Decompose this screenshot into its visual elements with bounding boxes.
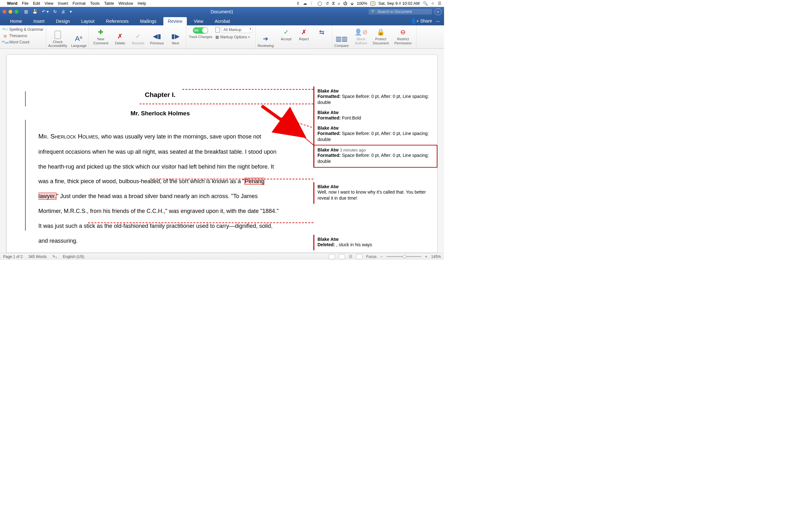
tab-layout[interactable]: Layout	[77, 17, 99, 25]
reviewing-icon	[261, 34, 270, 43]
zoom-in-button[interactable]: +	[425, 255, 427, 259]
focus-label[interactable]: Focus	[366, 255, 377, 259]
spell-check-icon[interactable]: ✎ₓ	[52, 255, 57, 259]
menu-insert[interactable]: Insert	[58, 1, 68, 6]
delete-comment-button[interactable]: Delete	[112, 26, 128, 46]
tab-home[interactable]: Home	[6, 17, 26, 25]
window-titlebar: ▥ 💾 ↶ ▾ ↻ 🖨 ▾ Document1 🔍 Search in Docu…	[0, 7, 444, 16]
feedback-icon[interactable]: ☺	[435, 8, 442, 15]
menu-table[interactable]: Table	[104, 1, 114, 6]
protect-document-button[interactable]: 🔒Protect Document	[371, 26, 391, 46]
tab-references[interactable]: References	[101, 17, 133, 25]
print-layout-view-button[interactable]	[328, 254, 335, 259]
print-icon[interactable]: 🖨	[61, 9, 65, 14]
subtitle: Mr. Sherlock Holmes	[38, 106, 282, 121]
document-page[interactable]: Chapter I. Mr. Sherlock Holmes Mr. Sherl…	[6, 55, 314, 253]
notification-center-icon[interactable]: ☰	[438, 1, 442, 6]
outline-view-icon[interactable]: ☷	[349, 255, 352, 259]
resolve-comment-button[interactable]: Resolve	[130, 26, 147, 46]
share-button[interactable]: 👤+ Share ︿	[407, 16, 444, 25]
comment-item[interactable]: Blake Atw Well, now I want to know why i…	[313, 182, 438, 204]
changes-group: Accept Reject ⇆	[275, 25, 333, 49]
tab-insert[interactable]: Insert	[29, 17, 49, 25]
page-indicator[interactable]: Page 1 of 2	[3, 255, 22, 259]
menu-edit[interactable]: Edit	[33, 1, 40, 6]
menu-window[interactable]: Window	[118, 1, 133, 6]
dropbox-icon[interactable]: ⇕	[296, 1, 300, 6]
save-icon[interactable]: 💾	[32, 9, 38, 14]
flame-icon[interactable]: ⴵ	[332, 1, 335, 6]
tab-design[interactable]: Design	[51, 17, 74, 25]
markup-options-button[interactable]: Markup Options	[220, 35, 247, 39]
restrict-permission-button[interactable]: ⊖Restrict Permission	[392, 26, 413, 46]
compare-icon: ▥▥	[337, 34, 346, 43]
menu-tools[interactable]: Tools	[90, 1, 100, 6]
previous-icon: ◀▮	[153, 32, 161, 41]
language-button[interactable]: Aᵃ Language	[69, 25, 89, 49]
lock-icon: 🔒	[376, 27, 385, 37]
word-count-button[interactable]: ᴬᴮ₁₂₃Word Count	[3, 39, 44, 45]
revision-item[interactable]: Blake Atw Formatted: Space Before: 0 pt,…	[313, 124, 438, 145]
close-window-button[interactable]	[3, 10, 6, 14]
zoom-out-button[interactable]: −	[380, 255, 383, 259]
thesaurus-button[interactable]: ▦Thesaurus	[3, 33, 44, 39]
collapse-ribbon-icon[interactable]: ︿	[436, 18, 440, 24]
spelling-grammar-button[interactable]: ᴬᴮ✓Spelling & Grammar	[3, 26, 44, 32]
revision-connector	[140, 104, 313, 104]
tab-view[interactable]: View	[189, 17, 208, 25]
previous-comment-button[interactable]: ◀▮Previous	[148, 26, 165, 46]
revision-item[interactable]: Blake Atw Formatted: Space Before: 0 pt,…	[313, 87, 438, 108]
undo-icon[interactable]: ↶ ▾	[42, 9, 49, 14]
search-input[interactable]: 🔍 Search in Document	[368, 9, 432, 14]
revision-item[interactable]: Blake Atw Deleted: , stuck in his ways	[313, 235, 438, 250]
proofing-group: ᴬᴮ✓Spelling & Grammar ▦Thesaurus ᴬᴮ₁₂₃Wo…	[0, 25, 46, 49]
nav-changes-button[interactable]: ⇆	[314, 26, 329, 42]
siri-icon[interactable]: ⊹	[431, 1, 435, 6]
block-authors-button[interactable]: 👤⊘Block Authors	[353, 26, 369, 46]
reviewing-pane-button[interactable]: Reviewing	[256, 25, 275, 49]
web-layout-view-button[interactable]	[339, 254, 345, 259]
word-count-indicator[interactable]: 345 Words	[28, 255, 47, 259]
check-accessibility-button[interactable]: Check Accessibility	[46, 25, 69, 49]
focus-view-button[interactable]	[356, 254, 362, 259]
accept-button[interactable]: Accept	[278, 26, 294, 42]
markup-display-dropdown[interactable]: All Markup	[221, 26, 253, 33]
power-icon[interactable]: ⏻	[343, 1, 347, 6]
spotlight-icon[interactable]: 🔍	[423, 1, 428, 6]
tab-review[interactable]: Review	[163, 17, 187, 25]
minimize-window-button[interactable]	[9, 10, 12, 14]
track-changes-toggle[interactable]: ON	[193, 27, 208, 34]
compare-button[interactable]: ▥▥ Compare	[333, 25, 351, 49]
redo-icon[interactable]: ↻	[53, 9, 57, 14]
new-comment-button[interactable]: ✚New Comment	[91, 26, 110, 46]
revision-item-selected[interactable]: Blake Atw3 minutes ago Formatted: Space …	[313, 145, 438, 168]
menu-view[interactable]: View	[44, 1, 53, 6]
wifi-icon[interactable]: ⬙	[351, 1, 354, 6]
app-name[interactable]: Word	[7, 1, 17, 6]
circle-icon[interactable]: ◯	[317, 1, 322, 6]
menu-help[interactable]: Help	[138, 1, 146, 6]
new-comment-icon: ✚	[96, 27, 105, 37]
cloud-icon[interactable]: ☁	[303, 1, 307, 6]
maximize-window-button[interactable]	[14, 10, 18, 14]
qat-icon[interactable]: ▥	[24, 9, 28, 14]
ribbon: ᴬᴮ✓Spelling & Grammar ▦Thesaurus ᴬᴮ₁₂₃Wo…	[0, 25, 444, 49]
tab-acrobat[interactable]: Acrobat	[210, 17, 235, 25]
qat-customize-icon[interactable]: ▾	[70, 9, 72, 14]
reject-button[interactable]: Reject	[296, 26, 312, 42]
language-indicator[interactable]: English (US)	[63, 255, 84, 259]
revision-item[interactable]: Blake Atw Formatted: Font:Bold	[313, 108, 438, 124]
history-icon[interactable]: ↺	[325, 1, 329, 6]
resolve-icon	[134, 32, 142, 41]
script-a-icon[interactable]: a	[338, 1, 340, 6]
zoom-level[interactable]: 145%	[431, 255, 441, 259]
tab-mailings[interactable]: Mailings	[136, 17, 161, 25]
menu-file[interactable]: File	[22, 1, 29, 6]
next-icon: ▮▶	[171, 32, 180, 41]
clock[interactable]: Sat, Sep 9 // 10:02 AM	[378, 1, 420, 6]
zoom-slider[interactable]	[386, 256, 421, 257]
battery-icon[interactable]: ⚡	[370, 2, 375, 5]
chevron-right-icon[interactable]: 〉	[310, 1, 314, 6]
next-comment-button[interactable]: ▮▶Next	[167, 26, 183, 46]
menu-format[interactable]: Format	[72, 1, 86, 6]
